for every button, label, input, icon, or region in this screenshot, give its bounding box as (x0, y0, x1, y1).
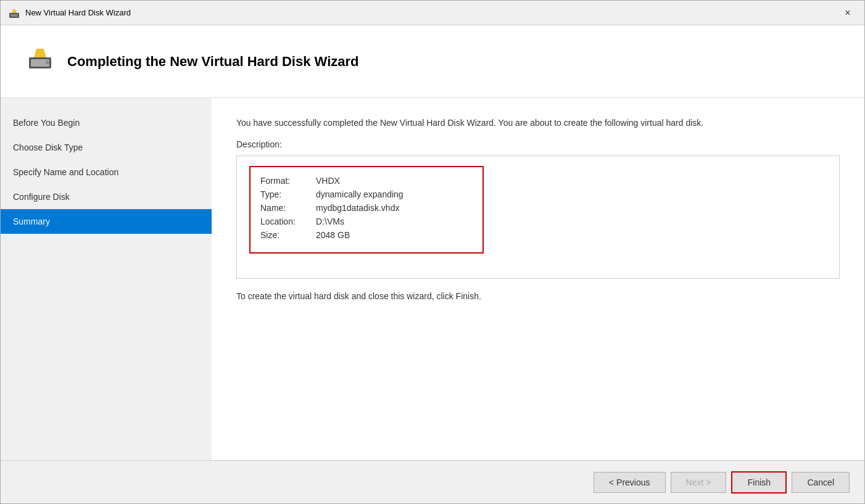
sidebar: Before You Begin Choose Disk Type Specif… (1, 98, 212, 460)
svg-point-8 (46, 60, 49, 64)
name-label: Name: (260, 203, 316, 213)
type-label: Type: (260, 189, 316, 199)
format-label: Format: (260, 176, 316, 186)
size-value: 2048 GB (316, 230, 350, 240)
description-box: Format: VHDX Type: dynamically expanding… (236, 155, 840, 279)
format-row: Format: VHDX (260, 176, 473, 186)
sidebar-item-configure-disk[interactable]: Configure Disk (1, 184, 212, 209)
type-row: Type: dynamically expanding (260, 189, 473, 199)
svg-rect-7 (38, 50, 43, 56)
sidebar-item-choose-disk-type[interactable]: Choose Disk Type (1, 135, 212, 160)
body-area: Before You Begin Choose Disk Type Specif… (1, 98, 864, 460)
main-content: You have successfully completed the New … (212, 98, 864, 460)
description-label: Description: (236, 139, 840, 149)
footer: < Previous Next > Finish Cancel (1, 460, 864, 503)
format-value: VHDX (316, 176, 340, 186)
main-wrapper: Completing the New Virtual Hard Disk Wiz… (1, 25, 864, 503)
close-button[interactable]: × (838, 4, 857, 22)
header-title: Completing the New Virtual Hard Disk Wiz… (67, 54, 358, 70)
wizard-window: New Virtual Hard Disk Wizard × Completin… (0, 0, 865, 504)
description-inner-box: Format: VHDX Type: dynamically expanding… (249, 166, 484, 254)
window-title: New Virtual Hard Disk Wizard (25, 8, 838, 17)
name-value: mydbg1datadisk.vhdx (316, 203, 399, 213)
location-label: Location: (260, 217, 316, 226)
size-label: Size: (260, 230, 316, 240)
next-button[interactable]: Next > (671, 472, 727, 493)
previous-button[interactable]: < Previous (594, 472, 666, 493)
finish-button[interactable]: Finish (731, 471, 787, 494)
cancel-button[interactable]: Cancel (792, 472, 850, 493)
header-icon (25, 44, 55, 79)
svg-rect-3 (13, 10, 15, 12)
sidebar-item-before-you-begin[interactable]: Before You Begin (1, 110, 212, 135)
svg-rect-1 (10, 14, 18, 17)
location-value: D:\VMs (316, 217, 344, 226)
type-value: dynamically expanding (316, 189, 404, 199)
title-bar: New Virtual Hard Disk Wizard × (1, 1, 864, 25)
size-row: Size: 2048 GB (260, 230, 473, 240)
finish-text: To create the virtual hard disk and clos… (236, 291, 840, 301)
name-row: Name: mydbg1datadisk.vhdx (260, 203, 473, 213)
header-section: Completing the New Virtual Hard Disk Wiz… (1, 25, 864, 98)
window-icon (8, 7, 20, 19)
sidebar-item-specify-name-location[interactable]: Specify Name and Location (1, 160, 212, 184)
intro-text: You have successfully completed the New … (236, 117, 840, 130)
sidebar-item-summary[interactable]: Summary (1, 209, 212, 234)
location-row: Location: D:\VMs (260, 217, 473, 226)
